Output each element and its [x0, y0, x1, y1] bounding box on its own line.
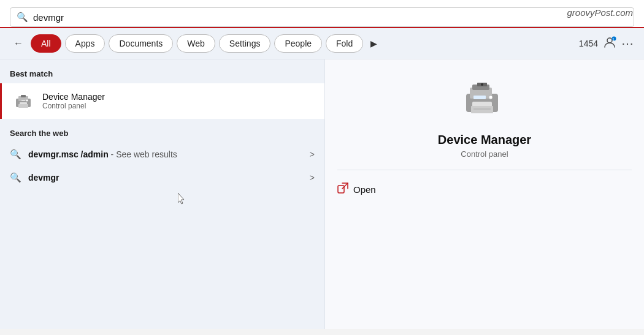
web-result-arrow-2: > — [310, 173, 315, 183]
best-match-sub: Control panel — [42, 102, 105, 110]
svg-point-15 — [489, 96, 493, 99]
search-web-icon-1: 🔍 — [10, 149, 21, 160]
svg-point-17 — [481, 83, 483, 86]
web-result-arrow-1: > — [310, 149, 315, 159]
more-options-button[interactable]: ⋯ — [621, 36, 634, 51]
search-web-title: Search the web — [0, 120, 324, 143]
web-result-item-2[interactable]: 🔍 devmgr > — [0, 166, 324, 189]
web-result-text-2: devmgr — [28, 173, 302, 183]
web-result-link-1: results — [152, 149, 177, 159]
svg-rect-7 — [21, 100, 25, 101]
web-result-name-1: devmgr.msc /admin - See web results — [28, 149, 302, 159]
web-result-dash-1: - See web — [109, 149, 150, 159]
svg-rect-19 — [473, 108, 491, 110]
svg-point-8 — [26, 100, 28, 102]
tab-people[interactable]: People — [274, 34, 322, 53]
web-result-name-2: devmgr — [28, 173, 302, 183]
search-web-icon-2: 🔍 — [10, 172, 21, 183]
open-button[interactable]: Open — [337, 179, 376, 200]
more-tabs-button[interactable]: ▶ — [367, 36, 381, 51]
tabs-row: ← All Apps Documents Web Settings People… — [0, 28, 644, 59]
main-content: Best match Device Manager Control panel — [0, 59, 644, 329]
watermark: groovyPost.com — [567, 7, 633, 18]
tab-documents[interactable]: Documents — [109, 34, 173, 53]
best-match-item[interactable]: Device Manager Control panel — [0, 83, 324, 119]
web-result-bold-1: devmgr.msc /admin — [28, 149, 109, 159]
svg-text:1: 1 — [613, 37, 615, 41]
detail-sub: Control panel — [461, 149, 508, 159]
search-area: 🔍 — [0, 0, 644, 28]
tab-web[interactable]: Web — [177, 34, 215, 53]
tab-right-area: 1454 1 ⋯ — [579, 36, 634, 52]
search-box: 🔍 — [10, 7, 634, 27]
best-match-title: Best match — [0, 69, 324, 83]
web-result-text-1: devmgr.msc /admin - See web results — [28, 149, 302, 159]
tab-all[interactable]: All — [31, 34, 61, 53]
svg-point-0 — [607, 38, 612, 43]
result-count: 1454 — [579, 39, 598, 48]
tab-fold[interactable]: Fold — [326, 34, 363, 53]
web-result-item-1[interactable]: 🔍 devmgr.msc /admin - See web results > — [0, 143, 324, 166]
tab-settings[interactable]: Settings — [219, 34, 271, 53]
svg-rect-6 — [21, 95, 26, 97]
open-label: Open — [353, 184, 376, 195]
search-icon: 🔍 — [17, 12, 28, 23]
best-match-name: Device Manager — [42, 92, 105, 102]
svg-rect-20 — [338, 186, 344, 193]
open-icon — [337, 183, 348, 197]
web-result-bold-2: devmgr — [28, 173, 59, 183]
svg-rect-9 — [18, 104, 28, 108]
svg-rect-14 — [473, 96, 486, 99]
tab-apps[interactable]: Apps — [65, 34, 105, 53]
back-button[interactable]: ← — [10, 36, 27, 51]
left-panel: Best match Device Manager Control panel — [0, 59, 325, 329]
best-match-text: Device Manager Control panel — [42, 92, 105, 110]
right-panel: Device Manager Control panel Open — [325, 59, 644, 329]
device-manager-app-icon — [12, 89, 35, 113]
detail-name: Device Manager — [438, 133, 531, 147]
detail-divider — [337, 170, 632, 170]
search-input[interactable] — [33, 12, 627, 23]
detail-icon — [460, 74, 509, 123]
person-icon: 1 — [603, 36, 616, 52]
